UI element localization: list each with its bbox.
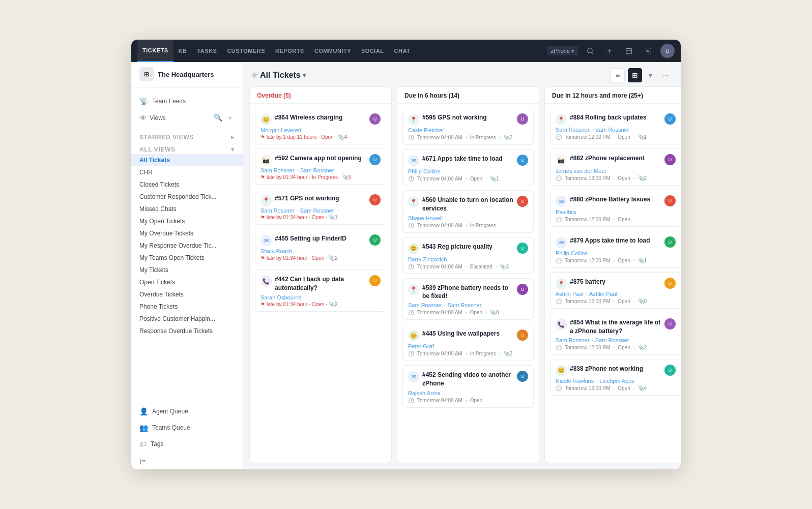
card-top: 😊 #543 Reg picture quality U [408, 243, 528, 254]
nav-item-customers[interactable]: CUSTOMERS [222, 40, 270, 62]
card-top: ✉ #880 zPhone Battery Issues U [556, 195, 676, 207]
ticket-title: #571 GPS not working [275, 194, 366, 203]
view-item-my-open-tickets[interactable]: My Open Tickets [131, 215, 243, 227]
view-item-positive-customer-happin[interactable]: Positive Customer Happin... [131, 313, 243, 325]
view-item-my-response-overdue-tic[interactable]: My Response Overdue Tic... [131, 239, 243, 252]
content-header-left: ☆ All Tickets ▾ [251, 71, 306, 80]
view-item-chr[interactable]: CHR [131, 166, 243, 178]
add-nav-icon[interactable] [602, 44, 617, 58]
browser-window: TICKETSKBTASKSCUSTOMERSREPORTSCOMMUNITYS… [131, 40, 681, 469]
view-item-my-teams-open-tickets[interactable]: My Teams Open Tickets [131, 252, 243, 264]
ticket-card-442[interactable]: 📞 #442 Can I back up data automatically?… [255, 270, 386, 312]
view-item-customer-responded-tick[interactable]: Customer Responded Tick... [131, 191, 243, 203]
views-actions: 🔍 ＋ [213, 112, 235, 124]
all-views-collapse-icon[interactable]: ▾ [231, 146, 235, 153]
views-list: All TicketsCHRClosed TicketsCustomer Res… [131, 154, 243, 337]
ticket-card-882[interactable]: 📷 #882 zPhone replacement U James van de… [550, 148, 681, 186]
kanban-cards-due6: 📍 #595 GPS not working U Casie Fletcher … [397, 104, 539, 463]
views-search-icon[interactable]: 🔍 [213, 112, 223, 124]
ticket-card-595[interactable]: 📍 #595 GPS not working U Casie Fletcher … [402, 108, 534, 145]
card-top: ✉ #455 Setting up FinderID U [260, 234, 381, 246]
ticket-card-455[interactable]: ✉ #455 Setting up FinderID U Stacy Roach… [255, 229, 386, 265]
ticket-card-445[interactable]: 😊 #445 Using live wallpapers U Peter Gra… [402, 324, 534, 361]
views-icon: 👁 [139, 114, 147, 122]
search-nav-icon[interactable] [583, 44, 597, 58]
card-left: ✉ #455 Setting up FinderID [260, 234, 366, 246]
ticket-card-884[interactable]: 📍 #884 Rolling back updates U Sam Rossne… [550, 108, 681, 144]
nav-item-community[interactable]: COMMUNITY [309, 40, 356, 62]
ticket-title: #875 battery [570, 278, 661, 286]
nav-item-kb[interactable]: KB [173, 40, 192, 62]
ticket-title: #455 Setting up FinderID [275, 234, 366, 243]
ticket-card-864[interactable]: 😊 #864 Wireless charging U Morgan Levere… [255, 108, 386, 144]
star-icon[interactable]: ☆ [251, 71, 258, 79]
ticket-card-571[interactable]: 📍 #571 GPS not working U Sam Rossner · S… [255, 189, 386, 225]
list-view-button[interactable]: ≡ [611, 68, 625, 82]
zphone-chevron-icon: ▾ [571, 48, 574, 54]
ticket-card-879[interactable]: ✉ #879 Apps take time to load U Philip C… [550, 231, 681, 268]
view-item-response-overdue-tickets[interactable]: Response Overdue Tickets [131, 325, 243, 337]
ticket-card-838[interactable]: 😊 #838 zPhone not working U Nicole Hawki… [550, 359, 681, 396]
sidebar-item-teams-queue[interactable]: 👥Teams Queue [131, 420, 243, 436]
ticket-card-880[interactable]: ✉ #880 zPhone Battery Issues U Pavithra … [550, 190, 681, 227]
time-row: 🕐 Tomorrow 12:00 PM ·Open ·📎2 [556, 175, 676, 181]
view-item-my-tickets[interactable]: My Tickets [131, 264, 243, 276]
starred-expand-icon[interactable]: ▸ [231, 134, 235, 141]
nav-item-reports[interactable]: REPORTS [270, 40, 309, 62]
ticket-avatar: U [517, 113, 528, 125]
ticket-title: #543 Reg picture quality [422, 243, 514, 251]
kanban-cards-due12: 📍 #884 Rolling back updates U Sam Rossne… [545, 104, 681, 463]
more-options-button[interactable]: ··· [658, 68, 673, 82]
kanban-column-overdue: Overdue (5) 😊 #864 Wireless charging U M… [249, 86, 392, 463]
card-left: 📍 #560 Unable to turn on location servic… [408, 196, 514, 213]
views-header: 👁 Views 🔍 ＋ [131, 109, 243, 127]
view-item-closed-tickets[interactable]: Closed Tickets [131, 178, 243, 191]
overdue-icon: ⚑ [260, 174, 265, 180]
sidebar-item-agent-queue[interactable]: 👤Agent Queue [131, 403, 243, 420]
view-dropdown-icon[interactable]: ▾ [645, 68, 655, 82]
kanban-view-button[interactable]: ⊞ [628, 68, 642, 82]
clock-icon: 🕐 [408, 310, 414, 315]
ticket-avatar: U [664, 113, 676, 125]
content-header-right: ≡ ⊞ ▾ ··· [611, 68, 673, 82]
nav-item-chat[interactable]: CHAT [389, 40, 416, 62]
view-item-phone-tickets[interactable]: Phone Tickets [131, 301, 243, 313]
sidebar-item-team-feeds[interactable]: 📡 Team Feeds [131, 93, 243, 109]
view-item-my-overdue-tickets[interactable]: My Overdue Tickets [131, 227, 243, 239]
user-avatar-nav[interactable]: U [660, 44, 675, 58]
sidebar-item-views[interactable]: 👁 Views [139, 114, 166, 122]
view-item-overdue-tickets[interactable]: Overdue Tickets [131, 288, 243, 301]
settings-nav-icon[interactable] [641, 44, 655, 58]
ticket-card-671[interactable]: ✉ #671 Apps take time to load U Philip C… [402, 149, 534, 186]
zphone-selector[interactable]: zPhone ▾ [547, 46, 578, 55]
ticket-avatar: U [517, 284, 528, 295]
calendar-nav-icon[interactable] [622, 44, 636, 58]
ticket-avatar: U [369, 275, 381, 286]
assignees-row: Sam Rossner · Sam Rossner [408, 302, 528, 308]
ticket-card-539[interactable]: 📍 #539 zPhone battery needs to be fixed!… [402, 278, 534, 320]
ticket-card-452[interactable]: ✉ #452 Sending video to another zPhone U… [402, 365, 534, 408]
ticket-card-854[interactable]: 📞 #854 What is the average life of a zPh… [550, 313, 681, 355]
view-item-open-tickets[interactable]: Open Tickets [131, 276, 243, 288]
ticket-card-560[interactable]: 📍 #560 Unable to turn on location servic… [402, 190, 534, 233]
clock-icon: 🕐 [556, 175, 562, 181]
sidebar-item-tags[interactable]: 🏷Tags [131, 436, 243, 452]
assignee: Morgan Leverett [260, 127, 381, 133]
ticket-card-875[interactable]: 📍 #875 battery U Ashlin Paul · Ashlin Pa… [550, 272, 681, 309]
nav-item-tickets[interactable]: TICKETS [137, 40, 173, 62]
ticket-title: #854 What is the average life of a zPhon… [570, 318, 661, 336]
nav-item-social[interactable]: SOCIAL [356, 40, 389, 62]
card-left: 📍 #539 zPhone battery needs to be fixed! [408, 284, 514, 301]
view-item-all-tickets[interactable]: All Tickets [131, 154, 243, 166]
time-row: 🕐 Tomorrow 04:00 AM ·Open ·📎8 [408, 310, 528, 315]
views-add-icon[interactable]: ＋ [225, 112, 235, 124]
ticket-card-592[interactable]: 📷 #592 Camera app not opening U Sam Ross… [255, 148, 386, 185]
ticket-avatar: U [664, 318, 676, 330]
view-item-missed-chats[interactable]: Missed Chats [131, 203, 243, 215]
clock-icon: 🕐 [556, 258, 562, 263]
ticket-card-543[interactable]: 😊 #543 Reg picture quality U Barry Zingo… [402, 237, 534, 274]
title-chevron-icon[interactable]: ▾ [303, 72, 306, 79]
sidebar-collapse-button[interactable]: ⟨≡ [131, 454, 243, 469]
nav-item-tasks[interactable]: TASKS [192, 40, 222, 62]
sidebar-org[interactable]: ⊞ The Headquarters [131, 62, 243, 88]
